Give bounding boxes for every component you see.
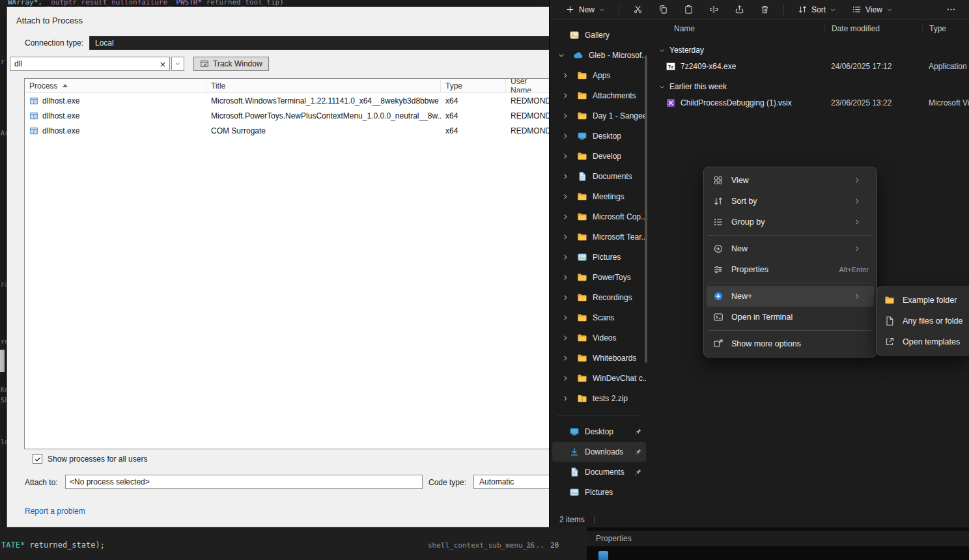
nav-item-desktop[interactable]: Desktop bbox=[552, 422, 646, 441]
nav-item-label: Desktop bbox=[585, 427, 634, 436]
menu-item-sort-by[interactable]: Sort by bbox=[707, 191, 874, 212]
chevron-right-icon bbox=[561, 334, 569, 342]
chevron-spacer bbox=[559, 448, 567, 456]
file-date: 23/06/2025 13:22 bbox=[831, 98, 892, 107]
track-window-button[interactable]: Track Window bbox=[193, 57, 269, 71]
nav-item-tests-2-zip[interactable]: tests 2.zip bbox=[552, 389, 646, 408]
menu-item-show-more-options[interactable]: Show more options bbox=[707, 333, 874, 354]
window-icon bbox=[29, 111, 38, 120]
code-type-value: Automatic bbox=[479, 477, 514, 486]
submenu-item-open-templates[interactable]: Open templates bbox=[879, 331, 969, 352]
see-more-button[interactable] bbox=[940, 1, 962, 18]
filter-dropdown-button[interactable] bbox=[171, 57, 184, 71]
nav-item-windevchat-c[interactable]: WinDevChat c... bbox=[552, 369, 646, 388]
picture-icon bbox=[569, 487, 580, 497]
report-a-problem-link[interactable]: Report a problem bbox=[25, 507, 85, 516]
nav-item-label: Whiteboards bbox=[593, 354, 646, 363]
menu-item-new[interactable]: New bbox=[707, 238, 874, 259]
cut-button[interactable] bbox=[626, 1, 649, 18]
connection-type-combobox[interactable]: Local bbox=[89, 36, 549, 50]
nav-item-downloads[interactable]: Downloads bbox=[552, 442, 646, 462]
nav-item-gleb-microsof[interactable]: Gleb - Microsof... bbox=[552, 46, 646, 65]
column-header-name[interactable]: Name bbox=[652, 23, 824, 34]
process-row[interactable]: dllhost.exeMicrosoft.PowerToys.NewPlusCo… bbox=[25, 108, 549, 123]
process-name: dllhost.exe bbox=[42, 96, 79, 105]
status-separator bbox=[594, 516, 595, 524]
nav-item-videos[interactable]: Videos bbox=[552, 328, 646, 348]
column-header-type[interactable]: Type bbox=[441, 79, 506, 92]
attach-to-field[interactable]: <No process selected> bbox=[65, 475, 423, 489]
delete-button[interactable] bbox=[753, 1, 776, 18]
folder-icon bbox=[577, 70, 587, 81]
process-filter-input[interactable]: dll × bbox=[10, 57, 170, 71]
code-type-combobox[interactable]: Automatic bbox=[473, 475, 549, 489]
submenu-item-example-folder[interactable]: Example folder bbox=[879, 290, 969, 311]
chevron-down-icon bbox=[658, 83, 666, 91]
new-button[interactable]: New bbox=[559, 1, 611, 18]
nav-item-label: WinDevChat c... bbox=[593, 374, 646, 383]
column-header-label: Type bbox=[445, 81, 462, 91]
submenu-item-any-files-or-folde[interactable]: Any files or folde bbox=[879, 311, 969, 331]
nav-item-microsoft-tear[interactable]: Microsoft Tear... bbox=[552, 227, 646, 247]
nav-item-documents[interactable]: Documents bbox=[552, 462, 646, 482]
paste-button[interactable] bbox=[677, 1, 700, 18]
column-header-process[interactable]: Process bbox=[25, 79, 206, 92]
column-header-user-name[interactable]: User Name bbox=[506, 79, 549, 92]
menu-item-new[interactable]: New+ bbox=[707, 286, 874, 307]
menu-item-view[interactable]: View bbox=[707, 170, 874, 191]
nav-item-attachments[interactable]: Attachments bbox=[552, 86, 646, 105]
terminal-icon bbox=[713, 312, 723, 322]
nav-item-apps[interactable]: Apps bbox=[552, 66, 646, 85]
nav-item-pictures[interactable]: Pictures bbox=[552, 483, 646, 502]
title-cell: COM Surrogate bbox=[206, 126, 441, 135]
file-date: 24/06/2025 17:12 bbox=[831, 62, 892, 71]
document-icon bbox=[577, 171, 587, 182]
rename-button[interactable] bbox=[703, 1, 725, 18]
sort-icon bbox=[798, 5, 808, 14]
submenu-item-label: Open templates bbox=[903, 337, 964, 346]
folder-icon bbox=[577, 272, 587, 283]
nav-item-scans[interactable]: Scans bbox=[552, 308, 646, 328]
file-group-header[interactable]: Earlier this week bbox=[652, 78, 969, 95]
nav-item-documents[interactable]: Documents bbox=[552, 167, 646, 186]
file-icon bbox=[884, 316, 895, 326]
file-group-header[interactable]: Yesterday bbox=[652, 42, 969, 59]
nav-item-recordings[interactable]: Recordings bbox=[552, 288, 646, 307]
nav-item-microsoft-cop[interactable]: Microsoft Cop... bbox=[552, 207, 646, 227]
nav-item-day-1-sangee[interactable]: Day 1 - Sangee... bbox=[552, 106, 646, 126]
nav-item-meetings[interactable]: Meetings bbox=[552, 187, 646, 206]
view-button[interactable]: View bbox=[845, 1, 899, 18]
menu-item-properties[interactable]: PropertiesAlt+Enter bbox=[707, 259, 874, 280]
copy-button[interactable] bbox=[652, 1, 675, 18]
file-row[interactable]: ChildProcessDebugging (1).vsix23/06/2025… bbox=[652, 95, 969, 111]
nav-item-label: PowerToys bbox=[593, 273, 646, 282]
column-header-date-modified[interactable]: Date modified bbox=[824, 23, 922, 34]
file-list-header: Name Date modified Type bbox=[652, 20, 969, 38]
properties-panel-titlebar[interactable]: Properties bbox=[587, 531, 969, 546]
file-row[interactable]: 7z7z2409-x64.exe24/06/2025 17:12Applicat… bbox=[652, 59, 969, 74]
nav-item-gallery[interactable]: Gallery bbox=[552, 25, 646, 45]
chevron-right-icon bbox=[561, 213, 569, 221]
show-all-users-checkbox[interactable] bbox=[33, 454, 42, 464]
explorer-nav-pane: GalleryGleb - Microsof...AppsAttachments… bbox=[550, 20, 649, 512]
nav-item-desktop[interactable]: Desktop bbox=[552, 126, 646, 146]
sort-ascending-icon bbox=[63, 84, 68, 87]
nav-item-whiteboards[interactable]: Whiteboards bbox=[552, 348, 646, 368]
column-header-type[interactable]: Type bbox=[922, 23, 969, 34]
column-header-title[interactable]: Title bbox=[206, 79, 441, 92]
share-button[interactable] bbox=[728, 1, 751, 18]
process-row[interactable]: dllhost.exeMicrosoft.WindowsTerminal_1.2… bbox=[25, 93, 549, 108]
clear-filter-icon[interactable]: × bbox=[156, 59, 169, 69]
chevron-right-icon bbox=[561, 253, 569, 261]
nav-scrollbar[interactable] bbox=[645, 55, 647, 363]
sort-button[interactable]: Sort bbox=[791, 1, 843, 18]
file-name-cell: ChildProcessDebugging (1).vsix bbox=[652, 98, 824, 108]
process-row[interactable]: dllhost.exeCOM Surrogatex64REDMOND bbox=[25, 123, 549, 138]
connection-type-label: Connection type: bbox=[25, 38, 83, 48]
menu-item-open-in-terminal[interactable]: Open in Terminal bbox=[707, 307, 874, 328]
nav-item-pictures[interactable]: Pictures bbox=[552, 247, 646, 267]
grid-icon bbox=[713, 175, 723, 186]
nav-item-powertoys[interactable]: PowerToys bbox=[552, 268, 646, 287]
menu-item-group-by[interactable]: Group by bbox=[707, 212, 874, 232]
nav-item-develop[interactable]: Develop bbox=[552, 147, 646, 166]
